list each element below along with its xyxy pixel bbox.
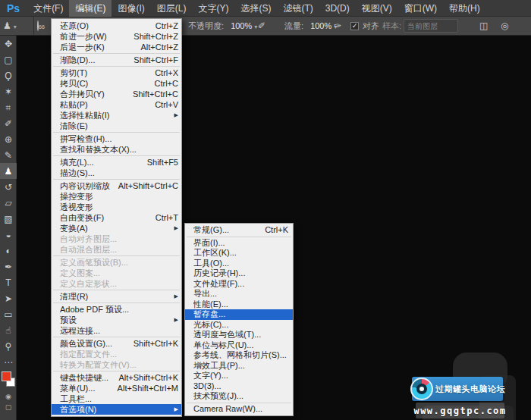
preferences-submenu-item[interactable]: 导出... [185, 289, 293, 299]
preferences-submenu-item[interactable]: 界面(I)... [185, 238, 293, 249]
edit-menu-item[interactable]: 粘贴(P)Ctrl+V [52, 99, 181, 110]
preferences-submenu-item[interactable]: Camera Raw(W)... [185, 404, 293, 415]
edit-menu-item[interactable]: 内容识别缩放Alt+Shift+Ctrl+C [52, 180, 181, 191]
edit-menu-item[interactable]: 拼写检查(H)... [52, 133, 181, 144]
ignore-adjustment-layers-icon[interactable]: ◫ [479, 17, 488, 35]
preferences-submenu-item[interactable]: 参考线、网格和切片(S)... [185, 350, 293, 361]
menubar-item[interactable]: 图层(L) [151, 0, 193, 17]
edit-menu-item[interactable]: 自由变换(F)Ctrl+T [52, 212, 181, 223]
menubar-item[interactable]: 文件(F) [27, 0, 69, 17]
preferences-submenu-item[interactable]: 文件处理(F)... [185, 279, 293, 290]
menubar-item[interactable]: 视图(V) [356, 0, 398, 17]
edit-menu-item[interactable]: 预设▶ [52, 315, 181, 325]
preferences-submenu-item[interactable]: 工作区(K)... [185, 248, 293, 259]
path-selection-tool[interactable]: ➤ [0, 290, 17, 306]
airbrush-icon[interactable]: ✑ [334, 17, 341, 35]
preferences-submenu-item[interactable]: 透明度与色域(T)... [185, 330, 293, 340]
sample-dropdown[interactable]: 当前图层 [404, 19, 458, 33]
edit-menu-item[interactable]: 前进一步(W)Shift+Ctrl+Z [52, 31, 181, 42]
pen-pressure-opacity-icon[interactable]: ✐ [258, 17, 266, 35]
opacity-value[interactable]: 100% [231, 21, 252, 30]
opacity-control[interactable]: 不透明度: 100%▾ [188, 17, 257, 35]
edit-menu-item[interactable]: 还原(O)Ctrl+Z [52, 20, 181, 31]
edit-menu-item[interactable]: 剪切(T)Ctrl+X [52, 67, 181, 78]
eraser-tool[interactable]: ▱ [0, 195, 17, 211]
sample-label: 样本: [382, 17, 401, 35]
edit-menu-item[interactable]: 清除(E) [52, 121, 181, 131]
flow-value[interactable]: 100% [310, 21, 331, 30]
history-brush-tool[interactable]: ↺ [0, 179, 17, 195]
marquee-tool[interactable]: ▢ [0, 52, 17, 67]
edit-menu-item[interactable]: 远程连接... [52, 325, 181, 336]
edit-menu-item[interactable]: 填充(L)...Shift+F5 [52, 157, 181, 168]
toolbar-more[interactable]: ⋯ [0, 354, 17, 370]
align-option[interactable]: ✓ 对齐 [350, 17, 379, 35]
tool-preset-picker[interactable]: ♟▾ [3, 17, 17, 35]
hand-tool[interactable]: ☝ [0, 322, 17, 338]
lasso-tool[interactable]: Ϙ [0, 67, 17, 83]
crop-tool[interactable]: ⌗ [0, 99, 17, 115]
menubar-item[interactable]: 滤镜(T) [277, 0, 319, 17]
edit-menu-item[interactable]: 选择性粘贴(I)▶ [52, 110, 181, 121]
move-tool[interactable]: ✥ [0, 36, 17, 52]
menubar-item[interactable]: 窗口(W) [398, 0, 443, 17]
edit-menu-item[interactable]: 查找和替换文本(X)... [52, 144, 181, 155]
flow-control[interactable]: 流量: 100%▾ [284, 17, 337, 35]
foreground-color-swatch[interactable] [2, 371, 11, 381]
chevron-down-icon[interactable]: ▾ [254, 24, 257, 30]
preferences-submenu-item[interactable]: 常规(G)...Ctrl+K [185, 225, 293, 236]
blur-tool[interactable]: ◒ [0, 227, 17, 243]
preferences-submenu-item[interactable]: 单位与标尺(U)... [185, 340, 293, 351]
preferences-submenu-item[interactable]: 增效工具(P)... [185, 361, 293, 371]
type-tool[interactable]: T [0, 274, 17, 290]
dodge-tool[interactable]: ◐ [0, 243, 17, 259]
clone-stamp-tool[interactable]: ♟ [0, 163, 17, 179]
preferences-submenu-item[interactable]: 历史记录(H)... [185, 268, 293, 279]
edit-menu-item[interactable]: 颜色设置(G)...Shift+Ctrl+K [52, 338, 181, 349]
edit-menu-item[interactable]: 首选项(N)▶ [52, 404, 181, 415]
gradient-tool[interactable]: ▧ [0, 211, 17, 227]
zoom-tool[interactable]: ⚲ [0, 338, 17, 354]
edit-menu-item[interactable]: 合并拷贝(Y)Shift+Ctrl+C [52, 89, 181, 99]
edit-menu-item[interactable]: 工具栏... [52, 393, 181, 404]
menubar-item[interactable]: 3D(D) [319, 0, 356, 17]
preferences-submenu-item[interactable]: 光标(C)... [185, 320, 293, 331]
preferences-submenu-item[interactable]: 3D(3)... [185, 381, 293, 392]
pen-tool[interactable]: ✒ [0, 259, 17, 274]
watermark-banner: 过期罐头电脑论坛 [412, 377, 503, 401]
brush-tool[interactable]: ✎ [0, 147, 17, 163]
menubar-item[interactable]: 编辑(E) [69, 0, 112, 17]
menu-item-shortcut: Ctrl+Z [156, 20, 178, 31]
edit-menu-item[interactable]: 拷贝(C)Ctrl+C [52, 78, 181, 89]
edit-menu-item[interactable]: 清理(R)▶ [52, 291, 181, 302]
color-swatches[interactable] [0, 371, 17, 391]
menubar-item[interactable]: 选择(S) [234, 0, 277, 17]
preferences-submenu-item[interactable]: 性能(E)... [185, 299, 293, 310]
preferences-submenu-item[interactable]: 文字(Y)... [185, 371, 293, 381]
quick-mask-icon[interactable]: ◉ [0, 391, 17, 402]
edit-menu-item[interactable]: Adobe PDF 预设... [52, 304, 181, 315]
edit-menu-item[interactable]: 变换(A)▶ [52, 223, 181, 234]
edit-menu-item[interactable]: 后退一步(K)Alt+Ctrl+Z [52, 42, 181, 52]
edit-menu-item[interactable]: 键盘快捷键...Alt+Shift+Ctrl+K [52, 372, 181, 383]
preferences-submenu-item[interactable]: 暂存盘... [185, 309, 293, 320]
brush-preset-picker[interactable]: 66 [37, 17, 45, 35]
edit-menu-item[interactable]: 渐隐(D)...Shift+Ctrl+F [52, 55, 181, 65]
eyedropper-tool[interactable]: ✐ [0, 115, 17, 131]
edit-menu-item[interactable]: 操控变形 [52, 191, 181, 202]
menubar-item[interactable]: 图像(I) [112, 0, 150, 17]
shape-tool[interactable]: ▭ [0, 306, 17, 322]
preferences-submenu-item[interactable]: 工具(O)... [185, 259, 293, 269]
menu-separator [187, 403, 291, 403]
quick-selection-tool[interactable]: ✶ [0, 83, 17, 99]
preferences-submenu-item[interactable]: 技术预览(J)... [185, 391, 293, 402]
menubar-item[interactable]: 帮助(H) [443, 0, 486, 17]
align-checkbox[interactable]: ✓ [350, 22, 359, 30]
menubar-item[interactable]: 文字(Y) [192, 0, 234, 17]
screen-mode-icon[interactable]: ▢ [0, 402, 17, 412]
spot-healing-brush-tool[interactable]: ⊕ [0, 131, 17, 147]
pen-pressure-size-icon[interactable]: ◎ [501, 17, 508, 35]
edit-menu-item[interactable]: 描边(S)... [52, 168, 181, 178]
edit-menu-item[interactable]: 透视变形 [52, 202, 181, 212]
edit-menu-item[interactable]: 菜单(U)...Alt+Shift+Ctrl+M [52, 383, 181, 393]
